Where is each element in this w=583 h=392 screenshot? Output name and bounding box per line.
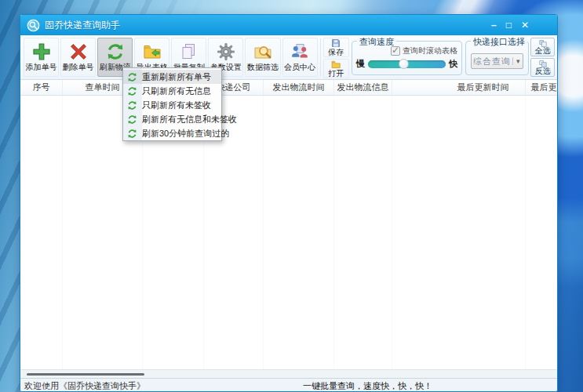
add-number-button[interactable]: 添加单号 [24, 38, 59, 77]
statusbar: 欢迎使用《固乔快递查询快手》 一键批量查询，速度快，快，快！ [20, 378, 557, 391]
table-header: 序号 查单时间 快递公司 发出物流时间 发出物流信息 最后更新时间 最后更新物流 [20, 80, 557, 96]
menu-item-refresh-unsigned[interactable]: 只刷新所有未签收 [123, 98, 221, 112]
table-body [20, 96, 557, 369]
save-label: 保存 [328, 48, 344, 56]
column-header-last-update-info[interactable]: 最后更新物流 [526, 80, 557, 95]
table-column-guide [392, 96, 441, 369]
speed-slider-thumb[interactable] [399, 59, 409, 69]
member-center-button[interactable]: 会员中心 [282, 38, 318, 77]
window-title: 固乔快递查询助手 [45, 19, 491, 32]
menu-item-label: 刷新30分钟前查询过的 [142, 128, 229, 140]
minimize-button[interactable]: – [491, 20, 497, 31]
delete-number-button[interactable]: 删除单号 [60, 38, 96, 77]
scroll-table-checkbox[interactable] [391, 46, 400, 56]
select-all-label: 全选 [535, 47, 551, 55]
toolbar-separator [320, 38, 321, 76]
menu-item-refresh-no-info-unsigned[interactable]: 刷新所有无信息和未签收 [123, 112, 221, 126]
interface-select[interactable]: 综合查询 ▾ [471, 53, 523, 69]
add-number-label: 添加单号 [26, 62, 57, 73]
column-header-last-update-time[interactable]: 最后更新时间 [441, 80, 526, 95]
data-filter-button[interactable]: 数据筛选 [245, 38, 280, 77]
column-header-sent-info[interactable]: 发出物流信息 [334, 80, 392, 95]
invert-selection-button[interactable]: 反选 [530, 58, 555, 77]
open-button[interactable]: 打开 [323, 59, 350, 78]
people-icon [290, 42, 309, 61]
member-center-label: 会员中心 [284, 62, 315, 73]
table-column-guide [441, 96, 526, 369]
scroll-table-checkbox-label: 查询时滚动表格 [403, 45, 457, 56]
toolbar: 添加单号 删除单号 刷新物流 导出表格 批量复制 [20, 35, 557, 80]
open-folder-icon [331, 60, 341, 69]
speed-slider-row: 慢 快 [356, 58, 457, 70]
app-icon [27, 19, 40, 32]
file-buttons-column: 保存 打开 [323, 37, 350, 78]
refresh-icon [127, 129, 137, 139]
gear-icon [217, 42, 235, 61]
status-message-text: 一键批量查询，速度快，快，快！ [303, 380, 432, 392]
interface-selected-value: 综合查询 [472, 56, 512, 67]
table-column-guide [334, 96, 392, 369]
horizontal-scrollbar[interactable] [20, 369, 557, 378]
refresh-icon [127, 72, 137, 82]
chevron-down-icon: ▾ [512, 57, 523, 65]
select-all-button[interactable]: 全选 [530, 38, 555, 56]
table-column-guide [264, 96, 334, 369]
column-header-index[interactable]: 序号 [20, 80, 63, 95]
slow-label: 慢 [356, 58, 365, 70]
export-folder-icon [143, 42, 162, 61]
maximize-button[interactable]: □ [506, 20, 512, 31]
refresh-icon [127, 86, 137, 96]
menu-item-refresh-no-info[interactable]: 只刷新所有无信息 [123, 84, 221, 98]
express-interface-group: 快递接口选择 综合查询 ▾ [465, 41, 529, 75]
column-header-sent-time[interactable]: 发出物流时间 [264, 80, 334, 95]
invert-selection-label: 反选 [535, 67, 551, 75]
column-header-spacer [392, 80, 441, 95]
refresh-icon [106, 42, 125, 61]
save-disk-icon [331, 38, 341, 48]
menu-item-label: 重新刷新所有单号 [142, 71, 211, 83]
titlebar: 固乔快递查询助手 – □ ✕ [20, 15, 557, 35]
table-column-guide [20, 96, 63, 369]
copy-pages-icon [180, 42, 199, 61]
horizontal-scrollbar-thumb[interactable] [27, 373, 144, 376]
menu-item-refresh-30min[interactable]: 刷新30分钟前查询过的 [123, 126, 221, 140]
status-welcome-text: 欢迎使用《固乔快递查询快手》 [24, 380, 145, 392]
delete-number-label: 删除单号 [63, 62, 94, 73]
express-interface-title: 快递接口选择 [471, 36, 527, 48]
refresh-icon [127, 100, 137, 111]
delete-x-icon [69, 42, 88, 61]
open-label: 打开 [328, 69, 344, 78]
menu-item-label: 只刷新所有未签收 [142, 100, 211, 111]
save-button[interactable]: 保存 [323, 38, 350, 57]
data-filter-label: 数据筛选 [247, 62, 279, 73]
plus-icon [32, 42, 51, 61]
menu-item-label: 只刷新所有无信息 [142, 85, 211, 97]
speed-slider-track[interactable] [368, 60, 446, 68]
close-button[interactable]: ✕ [521, 20, 529, 31]
refresh-dropdown-menu: 重新刷新所有单号 只刷新所有无信息 只刷新所有未签收 刷新所有无信息和未签收 刷… [122, 67, 222, 141]
menu-item-label: 刷新所有无信息和未签收 [142, 114, 237, 125]
query-speed-group: 查询速度 查询时滚动表格 慢 快 [352, 41, 462, 75]
scroll-table-option[interactable]: 查询时滚动表格 [391, 45, 457, 56]
window-controls: – □ ✕ [491, 20, 529, 31]
selection-buttons-column: 全选 反选 [530, 37, 555, 78]
refresh-icon [127, 114, 137, 125]
search-folder-icon [253, 42, 272, 61]
menu-item-refresh-all[interactable]: 重新刷新所有单号 [123, 70, 221, 84]
app-window: 固乔快递查询助手 – □ ✕ 添加单号 删除单号 刷新物流 [20, 14, 558, 392]
fast-label: 快 [449, 58, 457, 70]
